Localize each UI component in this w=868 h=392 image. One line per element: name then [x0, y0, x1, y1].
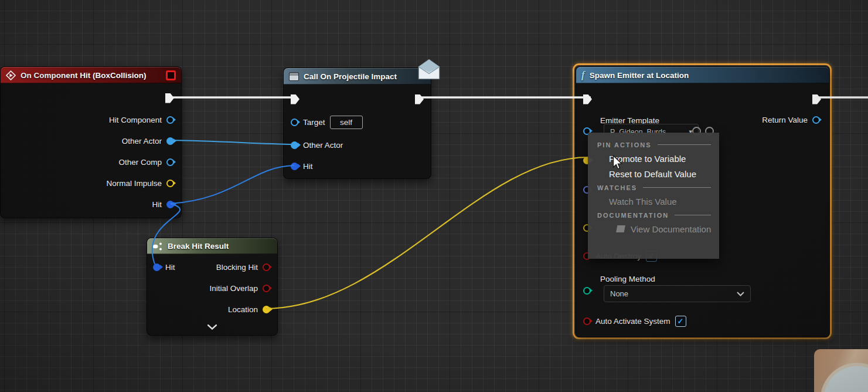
event-icon — [6, 70, 16, 80]
node-title: On Component Hit (BoxCollision) — [21, 71, 146, 80]
event-dispatcher-icon — [289, 72, 299, 81]
blueprint-graph-canvas[interactable]: On Component Hit (BoxCollision) Hit Comp… — [0, 0, 868, 392]
pin-context-menu: PIN ACTIONS Promote to Variable Reset to… — [588, 133, 719, 259]
expand-chevron-icon[interactable] — [207, 322, 217, 332]
hit-pin[interactable] — [291, 163, 298, 170]
menu-item-reset-to-default[interactable]: Reset to Default Value — [588, 166, 719, 181]
other-actor-pin[interactable] — [166, 137, 174, 145]
pin-label: Other Actor — [303, 141, 343, 150]
target-pin[interactable] — [291, 119, 298, 126]
node-header[interactable]: Break Hit Result — [147, 238, 277, 254]
menu-section-header: DOCUMENTATION — [588, 209, 719, 221]
pin-label: Other Actor — [122, 137, 162, 146]
pin-label: Hit — [303, 162, 313, 171]
node-on-component-hit[interactable]: On Component Hit (BoxCollision) Hit Comp… — [0, 66, 182, 218]
node-break-hit-result[interactable]: Break Hit Result Hit Blocking Hit Initia… — [147, 238, 278, 336]
node-title: Break Hit Result — [168, 242, 229, 251]
break-struct-icon — [152, 242, 163, 251]
menu-section-header: WATCHES — [588, 181, 719, 194]
pin-label: Blocking Hit — [216, 263, 258, 272]
node-header[interactable]: Call On Projectile Impact — [284, 68, 431, 85]
exec-out-pin-row[interactable] — [165, 92, 174, 104]
target-self-field[interactable]: self — [330, 116, 363, 129]
node-header[interactable]: f Spawn Emitter at Location — [576, 67, 829, 83]
node-header[interactable]: On Component Hit (BoxCollision) — [1, 67, 181, 83]
node-title: Spawn Emitter at Location — [590, 71, 689, 80]
hit-input-pin[interactable] — [153, 263, 161, 271]
pooling-method-label: Pooling Method — [600, 275, 655, 283]
message-envelope-icon — [417, 58, 441, 83]
menu-item-label: View Documentation — [631, 224, 711, 234]
pooling-method-value: None — [610, 289, 628, 298]
book-icon — [616, 225, 625, 232]
pin-label: Normal Impulse — [106, 179, 162, 188]
exec-out-pin[interactable] — [415, 94, 424, 104]
exec-out-pin[interactable] — [165, 93, 174, 103]
return-value-label: Return Value — [762, 116, 808, 124]
return-value-pin[interactable] — [812, 116, 820, 124]
other-comp-pin[interactable] — [166, 158, 174, 166]
blocking-hit-pin[interactable] — [263, 263, 270, 271]
auto-activate-pin[interactable] — [583, 317, 591, 325]
pin-label: Initial Overlap — [209, 284, 258, 293]
other-actor-pin[interactable] — [291, 141, 298, 149]
menu-item-watch-this-value: Watch This Value — [588, 194, 719, 209]
auto-activate-checkbox[interactable]: ✓ — [675, 316, 686, 327]
pooling-method-pin[interactable] — [583, 287, 591, 295]
function-icon: f — [581, 69, 585, 81]
exec-in-pin[interactable] — [291, 94, 299, 104]
normal-impulse-pin[interactable] — [166, 180, 174, 187]
menu-item-promote-to-variable[interactable]: Promote to Variable — [588, 151, 719, 166]
pooling-method-dropdown[interactable]: None — [604, 285, 751, 302]
pin-label: Hit — [165, 263, 175, 272]
dropdown-chevron-icon — [737, 290, 744, 298]
location-pin[interactable] — [263, 306, 270, 313]
hit-component-pin[interactable] — [166, 116, 174, 124]
hit-pin[interactable] — [166, 201, 174, 208]
pin-label: Hit Component — [109, 116, 162, 124]
facecam-overlay — [814, 349, 868, 392]
menu-item-view-documentation: View Documentation — [588, 221, 719, 236]
wire-hit-to-call — [171, 165, 294, 204]
node-call-on-projectile-impact[interactable]: Call On Projectile Impact Target self Ot… — [283, 67, 431, 179]
exec-out-pin[interactable] — [812, 94, 821, 104]
pin-label: Location — [228, 305, 258, 314]
node-title: Call On Projectile Impact — [304, 72, 397, 81]
initial-overlap-pin[interactable] — [263, 285, 270, 292]
wire-other-actor — [171, 140, 294, 144]
auto-activate-label: Auto Activate System — [595, 317, 670, 326]
menu-section-header: PIN ACTIONS — [588, 138, 719, 151]
wire-location — [265, 157, 588, 309]
pin-label: Target — [303, 118, 325, 127]
delegate-pin-icon[interactable] — [166, 70, 176, 80]
pin-label: Hit — [152, 200, 162, 209]
exec-in-pin[interactable] — [583, 94, 592, 104]
pin-label: Other Comp — [118, 158, 162, 167]
